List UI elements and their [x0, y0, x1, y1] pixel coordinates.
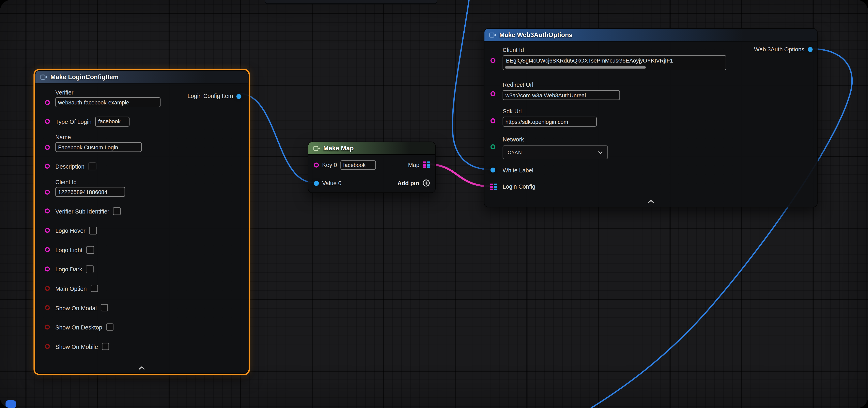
- field-label: Network: [503, 136, 524, 143]
- sdk-url-input[interactable]: [503, 116, 597, 127]
- verifier-input[interactable]: [55, 97, 160, 107]
- pin-show-on-modal[interactable]: [45, 305, 50, 310]
- pin-web3auth-options-output[interactable]: [808, 47, 813, 52]
- make-map-icon: [313, 145, 320, 151]
- field-logo-dark: Logo Dark: [35, 259, 248, 279]
- node-make-map[interactable]: Make Map Key 0 Map Value 0: [308, 141, 436, 193]
- type-of-login-input[interactable]: [95, 116, 130, 126]
- field-label: Description: [55, 163, 85, 170]
- pin-key0[interactable]: [314, 162, 319, 167]
- logo-light-input[interactable]: [86, 246, 94, 253]
- output-label: Web 3Auth Options: [754, 46, 804, 53]
- key0-input[interactable]: [340, 160, 376, 169]
- pin-logo-dark[interactable]: [45, 267, 50, 272]
- key0-label: Key 0: [322, 162, 337, 168]
- value0-label: Value 0: [322, 180, 341, 186]
- network-value: CYAN: [507, 149, 522, 155]
- field-network: Network CYAN: [503, 134, 608, 159]
- field-verifier-sub-identifier: Verifier Sub Identifier: [35, 201, 248, 220]
- offscreen-node-top[interactable]: [265, 0, 437, 4]
- field-label: Logo Light: [55, 246, 83, 253]
- field-name: Name: [35, 131, 248, 157]
- redirect-url-input[interactable]: [503, 90, 620, 100]
- wire-map-to-loginconfig[interactable]: [427, 164, 491, 186]
- node-make-loginconfigitem[interactable]: Make LoginConfigItem Verifier Login Conf…: [35, 70, 249, 374]
- pin-type-of-login[interactable]: [45, 119, 50, 124]
- pin-client-id[interactable]: [45, 190, 50, 195]
- pin-logo-light[interactable]: [45, 247, 50, 252]
- verifier-sub-identifier-input[interactable]: [113, 207, 121, 215]
- field-label: Logo Dark: [55, 266, 82, 272]
- map-row-value0: Value 0 Add pin: [308, 175, 435, 191]
- add-pin-button[interactable]: [423, 179, 430, 187]
- description-input[interactable]: [88, 162, 96, 170]
- output-label: Login Config Item: [187, 92, 233, 99]
- map-output-label: Map: [408, 162, 420, 168]
- field-show-on-desktop: Show On Desktop: [35, 317, 248, 337]
- make-struct-icon: [40, 73, 47, 80]
- node-make-web3authoptions[interactable]: Make Web3AuthOptions Web 3Auth Options C…: [484, 28, 817, 207]
- pin-map-output[interactable]: [423, 161, 430, 168]
- field-label: Client Id: [55, 178, 241, 185]
- field-label: Login Config: [503, 183, 535, 190]
- field-label: Logo Hover: [55, 227, 85, 234]
- field-label: White Label: [503, 167, 533, 174]
- wire-loginconfigitem-to-value0[interactable]: [239, 94, 314, 182]
- graph-canvas[interactable]: Make LoginConfigItem Verifier Login Conf…: [0, 0, 868, 408]
- name-input[interactable]: [55, 142, 142, 152]
- logo-dark-input[interactable]: [86, 265, 94, 273]
- node-title: Make LoginConfigItem: [51, 73, 119, 80]
- field-login-config: Login Config: [503, 183, 535, 190]
- chevron-down-icon: [598, 150, 603, 154]
- show-on-mobile-checkbox[interactable]: [102, 343, 109, 350]
- field-verifier: Verifier Login Config Item: [35, 86, 248, 112]
- horizontal-scrollbar[interactable]: [505, 66, 646, 69]
- field-label: Client Id: [503, 46, 524, 53]
- pin-verifier[interactable]: [45, 100, 50, 105]
- client-id-input[interactable]: [55, 187, 125, 197]
- map-row-key0: Key 0 Map: [308, 157, 435, 173]
- pin-show-on-desktop[interactable]: [45, 325, 50, 330]
- pin-sdk-url[interactable]: [491, 118, 496, 124]
- field-show-on-modal: Show On Modal: [35, 298, 248, 317]
- main-option-checkbox[interactable]: [91, 285, 98, 292]
- field-label: Show On Mobile: [55, 343, 98, 350]
- pin-login-config-item-output[interactable]: [237, 94, 242, 99]
- node-header-make-web3authoptions[interactable]: Make Web3AuthOptions: [485, 29, 817, 41]
- pin-name[interactable]: [45, 145, 50, 150]
- field-logo-hover: Logo Hover: [35, 220, 248, 240]
- node-header-make-loginconfigitem[interactable]: Make LoginConfigItem: [35, 71, 248, 83]
- field-label: Show On Modal: [55, 304, 97, 311]
- field-sdk-url: Sdk Url: [503, 106, 597, 127]
- collapse-button[interactable]: [131, 364, 153, 372]
- show-on-desktop-checkbox[interactable]: [106, 324, 114, 331]
- client-id-input[interactable]: BEglQSgt4cUWcj6SKRdu5QkOXTsePmMcusG5EAoy…: [503, 55, 726, 70]
- field-client-id: Client Id: [35, 176, 248, 201]
- field-label: Verifier Sub Identifier: [55, 208, 109, 214]
- add-pin-label: Add pin: [397, 180, 419, 186]
- pin-show-on-mobile[interactable]: [45, 344, 50, 349]
- field-type-of-login: Type Of Login: [35, 112, 248, 131]
- field-show-on-mobile: Show On Mobile: [35, 337, 248, 356]
- logo-hover-input[interactable]: [89, 227, 97, 234]
- field-client-id: Client Id BEglQSgt4cUWcj6SKRdu5QkOXTsePm…: [503, 44, 726, 70]
- pin-description[interactable]: [45, 164, 50, 169]
- field-label: Sdk Url: [503, 108, 522, 114]
- node-title: Make Web3AuthOptions: [499, 32, 572, 38]
- pin-main-option[interactable]: [45, 286, 50, 291]
- pin-verifier-sub-identifier[interactable]: [45, 208, 50, 213]
- pin-network[interactable]: [491, 144, 496, 149]
- pin-redirect-url[interactable]: [491, 91, 496, 96]
- pin-logo-hover[interactable]: [45, 228, 50, 233]
- network-dropdown[interactable]: CYAN: [503, 145, 608, 159]
- pin-login-config[interactable]: [490, 183, 497, 191]
- field-main-option: Main Option: [35, 279, 248, 298]
- collapse-button[interactable]: [640, 198, 662, 205]
- pin-value0[interactable]: [314, 180, 319, 185]
- pin-client-id[interactable]: [491, 58, 496, 63]
- pin-white-label[interactable]: [491, 168, 496, 173]
- field-label: Redirect Url: [503, 81, 533, 88]
- node-header-make-map[interactable]: Make Map: [308, 142, 435, 155]
- field-white-label: White Label: [503, 167, 533, 174]
- show-on-modal-checkbox[interactable]: [100, 304, 108, 311]
